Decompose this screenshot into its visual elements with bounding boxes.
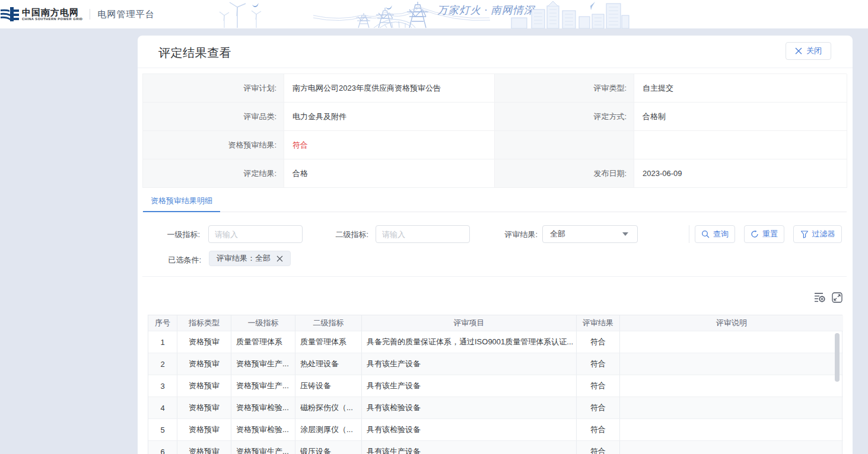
table-cell: 资格预审 (177, 441, 231, 454)
column-header: 评审结果 (577, 315, 620, 331)
close-button[interactable]: 关闭 (786, 42, 831, 60)
tag-remove-icon[interactable] (276, 255, 283, 262)
table-cell: 具有该生产设备 (362, 441, 577, 454)
selected-condition-text: 评审结果：全部 (217, 253, 271, 264)
buttons-separator (689, 225, 689, 243)
table-cell: 资格预审检验... (231, 397, 295, 419)
search-icon (701, 230, 710, 238)
column-header: 一级指标 (231, 315, 295, 331)
info-value: 自主提交 (634, 74, 847, 103)
table-cell: 3 (148, 375, 177, 397)
search-button[interactable]: 查询 (695, 225, 735, 243)
info-value: 南方电网公司2023年度供应商资格预审公告 (284, 74, 495, 103)
info-label: 资格预审结果: (143, 131, 284, 159)
table-cell: 符合 (577, 331, 620, 353)
column-header: 评审说明 (620, 315, 843, 331)
table-cell: 磁粉探伤仪（... (295, 397, 362, 419)
table-row[interactable]: 3资格预审资格预审生产...压铸设备具有该生产设备符合 (148, 375, 842, 397)
info-label: 评审计划: (143, 74, 284, 103)
table-cell: 符合 (577, 419, 620, 441)
column-header: 二级指标 (295, 315, 362, 331)
table-cell: 符合 (577, 397, 620, 419)
table-cell: 资格预审检验... (231, 419, 295, 441)
selected-condition-tag[interactable]: 评审结果：全部 (209, 251, 291, 266)
title-divider (138, 68, 853, 68)
table-cell: 具有该检验设备 (362, 419, 577, 441)
info-label: 评定方式: (495, 103, 634, 131)
filter-section-divider (142, 276, 847, 277)
info-value: 符合 (284, 131, 495, 159)
table-cell: 4 (148, 397, 177, 419)
review-result-select-value: 全部 (550, 229, 622, 239)
caret-down-icon (622, 232, 628, 236)
platform-title: 电网管理平台 (97, 9, 154, 20)
header-slogan: 万家灯火 · 南网情深 (437, 4, 536, 16)
level1-indicator-label: 一级指标: (138, 229, 200, 240)
reset-button-label: 重置 (762, 229, 778, 239)
table-cell: 1 (148, 331, 177, 353)
table-cell: 2 (148, 353, 177, 375)
info-label: 评审品类: (143, 103, 284, 131)
table-cell (620, 331, 843, 353)
result-dialog: 评定结果查看 关闭 评审计划:南方电网公司2023年度供应商资格预审公告评审类型… (138, 36, 853, 454)
table-cell (620, 397, 843, 419)
table-cell: 资格预审 (177, 375, 231, 397)
table-cell: 资格预审生产... (231, 441, 295, 454)
tabs-divider (142, 212, 847, 212)
table-cell: 资格预审 (177, 331, 231, 353)
info-label: 评定结果: (143, 159, 284, 188)
info-label: 发布日期: (495, 159, 634, 188)
column-settings-icon[interactable] (814, 292, 826, 303)
filter-button[interactable]: 过滤器 (793, 225, 842, 243)
refresh-icon (751, 230, 759, 238)
info-label (495, 131, 634, 159)
brand-name-cn: 中国南方电网 (22, 8, 82, 17)
info-label: 评审类型: (495, 74, 634, 103)
table-body: 1资格预审质量管理体系质量管理体系具备完善的质量保证体系，通过ISO9001质量… (148, 331, 842, 454)
table-header-row: 序号指标类型一级指标二级指标评审项目评审结果评审说明 (148, 315, 842, 331)
top-header-bar: 万家灯火 · 南网情深 (0, 0, 868, 28)
close-icon (795, 47, 802, 55)
table-cell: 资格预审 (177, 419, 231, 441)
review-result-select[interactable]: 全部 (542, 225, 638, 243)
table-cell: 资格预审 (177, 397, 231, 419)
table-row[interactable]: 2资格预审资格预审生产...热处理设备具有该生产设备符合 (148, 353, 842, 375)
table-cell: 具有该生产设备 (362, 353, 577, 375)
level2-indicator-input[interactable] (376, 225, 470, 243)
table-row[interactable]: 5资格预审资格预审检验...涂层测厚仪（...具有该检验设备符合 (148, 419, 842, 441)
info-value (634, 131, 847, 159)
reset-button[interactable]: 重置 (744, 225, 784, 243)
column-header: 评审项目 (362, 315, 577, 331)
selected-conditions-label: 已选条件: (138, 255, 201, 266)
level1-indicator-input[interactable] (208, 225, 303, 243)
csg-logo-icon (1, 5, 20, 23)
info-value: 合格制 (634, 103, 847, 131)
expand-icon[interactable] (832, 292, 842, 303)
review-result-label: 评审结果: (475, 229, 538, 240)
info-value: 合格 (284, 159, 495, 188)
table-cell: 符合 (577, 353, 620, 375)
table-row[interactable]: 1资格预审质量管理体系质量管理体系具备完善的质量保证体系，通过ISO9001质量… (148, 331, 842, 353)
close-button-label: 关闭 (806, 46, 822, 56)
info-value: 电力金具及附件 (284, 103, 495, 131)
table-cell: 质量管理体系 (295, 331, 362, 353)
table-cell: 5 (148, 419, 177, 441)
funnel-icon (800, 230, 809, 238)
table-cell: 资格预审 (177, 353, 231, 375)
table-cell (620, 375, 843, 397)
dialog-title: 评定结果查看 (158, 45, 231, 61)
level2-indicator-label: 二级指标: (306, 229, 368, 240)
table-cell: 6 (148, 441, 177, 454)
table-cell: 热处理设备 (295, 353, 362, 375)
table-scrollbar[interactable] (835, 333, 840, 382)
search-button-label: 查询 (713, 229, 729, 239)
table-cell: 涂层测厚仪（... (295, 419, 362, 441)
table-cell (620, 353, 843, 375)
brand-logo: 中国南方电网 CHINA SOUTHERN POWER GRID 电网管理平台 (0, 0, 154, 28)
tab-prequalification-detail[interactable]: 资格预审结果明细 (143, 191, 220, 212)
table-row[interactable]: 6资格预审资格预审生产...锻压设备具有该生产设备符合 (148, 441, 842, 454)
filter-button-label: 过滤器 (812, 229, 835, 239)
table-cell: 质量管理体系 (231, 331, 295, 353)
table-cell (620, 441, 843, 454)
table-row[interactable]: 4资格预审资格预审检验...磁粉探伤仪（...具有该检验设备符合 (148, 397, 842, 419)
